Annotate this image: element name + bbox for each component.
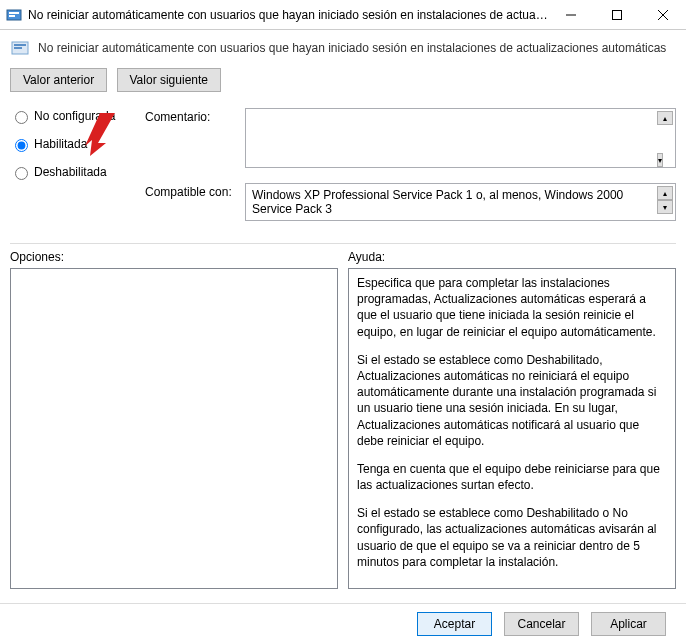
compat-label: Compatible con:	[145, 183, 245, 199]
compat-scroll-down[interactable]: ▾	[657, 200, 673, 214]
radio-disabled[interactable]: Deshabilitada	[10, 164, 125, 180]
dialog-footer: Aceptar Cancelar Aplicar	[0, 603, 686, 636]
nav-buttons: Valor anterior Valor siguiente	[10, 68, 676, 92]
comment-scroll-up[interactable]: ▴	[657, 111, 673, 125]
prev-setting-button[interactable]: Valor anterior	[10, 68, 107, 92]
help-paragraph: Tenga en cuenta que el equipo debe reini…	[357, 461, 667, 493]
comment-label: Comentario:	[145, 108, 245, 124]
app-icon	[6, 7, 22, 23]
help-panel[interactable]: Especifica que para completar las instal…	[348, 268, 676, 589]
cancel-button[interactable]: Cancelar	[504, 612, 579, 636]
radio-not-configured-label: No configurada	[34, 109, 115, 123]
compat-box: Windows XP Professional Service Pack 1 o…	[245, 183, 676, 221]
radio-not-configured-input[interactable]	[15, 111, 28, 124]
minimize-button[interactable]	[548, 0, 594, 30]
options-label: Opciones:	[10, 250, 338, 264]
compat-scroll-up[interactable]: ▴	[657, 186, 673, 200]
help-paragraph: Especifica que para completar las instal…	[357, 275, 667, 340]
help-paragraph: Si el estado se establece como Deshabili…	[357, 352, 667, 449]
maximize-button[interactable]	[594, 0, 640, 30]
titlebar: No reiniciar automáticamente con usuario…	[0, 0, 686, 30]
ok-button[interactable]: Aceptar	[417, 612, 492, 636]
radio-enabled-label: Habilitada	[34, 137, 87, 151]
svg-rect-2	[9, 15, 15, 17]
radio-enabled-input[interactable]	[15, 139, 28, 152]
close-button[interactable]	[640, 0, 686, 30]
policy-icon	[10, 38, 30, 58]
apply-button[interactable]: Aplicar	[591, 612, 666, 636]
compat-value: Windows XP Professional Service Pack 1 o…	[252, 188, 623, 216]
svg-rect-1	[9, 12, 19, 14]
next-setting-button[interactable]: Valor siguiente	[117, 68, 222, 92]
radio-disabled-label: Deshabilitada	[34, 165, 107, 179]
options-panel	[10, 268, 338, 589]
svg-rect-8	[14, 44, 26, 46]
state-radio-group: No configurada Habilitada Deshabilitada	[10, 108, 125, 233]
svg-rect-9	[14, 47, 22, 49]
svg-rect-4	[613, 10, 622, 19]
comment-textarea[interactable]	[245, 108, 676, 168]
help-label: Ayuda:	[348, 250, 676, 264]
radio-not-configured[interactable]: No configurada	[10, 108, 125, 124]
divider	[10, 243, 676, 244]
window-title: No reiniciar automáticamente con usuario…	[28, 8, 548, 22]
policy-title: No reiniciar automáticamente con usuario…	[38, 41, 666, 55]
radio-disabled-input[interactable]	[15, 167, 28, 180]
radio-enabled[interactable]: Habilitada	[10, 136, 125, 152]
comment-scroll-down[interactable]: ▾	[657, 153, 663, 167]
window-controls	[548, 0, 686, 30]
help-paragraph: Si el estado se establece como Deshabili…	[357, 505, 667, 570]
policy-header: No reiniciar automáticamente con usuario…	[10, 38, 676, 58]
